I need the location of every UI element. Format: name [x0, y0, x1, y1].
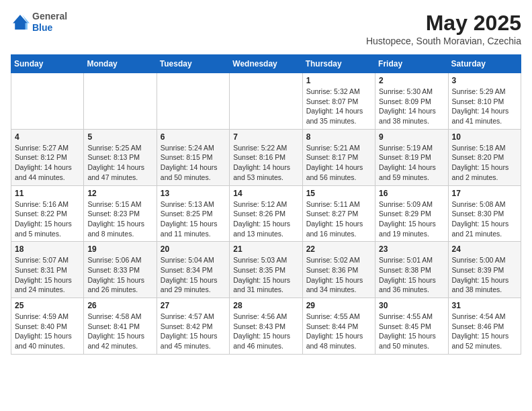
calendar-cell: 3Sunrise: 5:29 AM Sunset: 8:10 PM Daylig… — [448, 73, 521, 130]
calendar-cell: 19Sunrise: 5:06 AM Sunset: 8:33 PM Dayli… — [84, 242, 157, 298]
calendar-cell: 1Sunrise: 5:32 AM Sunset: 8:07 PM Daylig… — [302, 73, 375, 130]
day-info: Sunrise: 5:09 AM Sunset: 8:29 PM Dayligh… — [379, 199, 444, 239]
day-info: Sunrise: 5:30 AM Sunset: 8:09 PM Dayligh… — [379, 87, 444, 126]
logo-icon — [11, 13, 30, 32]
calendar-week-row: 25Sunrise: 4:59 AM Sunset: 8:40 PM Dayli… — [11, 298, 521, 355]
calendar-cell — [230, 73, 302, 130]
weekday-header-row: SundayMondayTuesdayWednesdayThursdayFrid… — [11, 55, 521, 73]
day-number: 1 — [306, 76, 371, 85]
day-info: Sunrise: 5:24 AM Sunset: 8:15 PM Dayligh… — [161, 143, 226, 183]
day-info: Sunrise: 4:58 AM Sunset: 8:41 PM Dayligh… — [87, 312, 152, 351]
calendar-week-row: 18Sunrise: 5:07 AM Sunset: 8:31 PM Dayli… — [11, 242, 521, 298]
day-number: 13 — [161, 189, 226, 198]
day-info: Sunrise: 5:11 AM Sunset: 8:27 PM Dayligh… — [306, 199, 371, 239]
location-subtitle: Hustopece, South Moravian, Czechia — [366, 36, 521, 46]
calendar-cell — [11, 73, 84, 130]
calendar-cell: 8Sunrise: 5:21 AM Sunset: 8:17 PM Daylig… — [302, 129, 375, 185]
day-number: 12 — [87, 189, 152, 198]
day-number: 14 — [233, 189, 298, 198]
calendar-cell: 12Sunrise: 5:15 AM Sunset: 8:23 PM Dayli… — [84, 185, 157, 242]
day-info: Sunrise: 5:19 AM Sunset: 8:19 PM Dayligh… — [379, 143, 444, 183]
calendar-cell: 14Sunrise: 5:12 AM Sunset: 8:26 PM Dayli… — [230, 185, 302, 242]
day-info: Sunrise: 5:22 AM Sunset: 8:16 PM Dayligh… — [233, 143, 298, 183]
day-number: 7 — [233, 132, 298, 142]
day-info: Sunrise: 5:02 AM Sunset: 8:36 PM Dayligh… — [306, 255, 371, 295]
page-header: General Blue May 2025 Hustopece, South M… — [11, 11, 521, 46]
day-number: 23 — [379, 244, 444, 254]
weekday-header: Thursday — [302, 55, 375, 73]
calendar-table: SundayMondayTuesdayWednesdayThursdayFrid… — [11, 54, 521, 355]
day-info: Sunrise: 5:21 AM Sunset: 8:17 PM Dayligh… — [306, 143, 371, 183]
day-number: 15 — [306, 189, 371, 198]
day-number: 29 — [306, 301, 371, 310]
logo-text: General Blue — [32, 11, 67, 34]
day-number: 9 — [379, 132, 444, 142]
day-number: 16 — [379, 189, 444, 198]
day-info: Sunrise: 5:13 AM Sunset: 8:25 PM Dayligh… — [161, 199, 226, 239]
day-number: 25 — [15, 301, 80, 310]
calendar-cell: 11Sunrise: 5:16 AM Sunset: 8:22 PM Dayli… — [11, 185, 84, 242]
day-number: 22 — [306, 244, 371, 254]
day-number: 18 — [15, 244, 80, 254]
day-info: Sunrise: 5:00 AM Sunset: 8:39 PM Dayligh… — [452, 255, 517, 295]
calendar-cell: 31Sunrise: 4:54 AM Sunset: 8:46 PM Dayli… — [448, 298, 521, 355]
day-info: Sunrise: 5:01 AM Sunset: 8:38 PM Dayligh… — [379, 255, 444, 295]
day-number: 17 — [452, 189, 517, 198]
day-info: Sunrise: 5:12 AM Sunset: 8:26 PM Dayligh… — [233, 199, 298, 239]
day-info: Sunrise: 4:57 AM Sunset: 8:42 PM Dayligh… — [161, 312, 226, 351]
day-info: Sunrise: 5:15 AM Sunset: 8:23 PM Dayligh… — [87, 199, 152, 239]
day-info: Sunrise: 5:25 AM Sunset: 8:13 PM Dayligh… — [87, 143, 152, 183]
logo-general: General — [32, 11, 67, 22]
day-info: Sunrise: 4:54 AM Sunset: 8:46 PM Dayligh… — [452, 312, 517, 351]
day-info: Sunrise: 5:07 AM Sunset: 8:31 PM Dayligh… — [15, 255, 80, 295]
svg-marker-0 — [13, 15, 28, 30]
day-number: 27 — [161, 301, 226, 310]
calendar-cell: 10Sunrise: 5:18 AM Sunset: 8:20 PM Dayli… — [448, 129, 521, 185]
day-number: 24 — [452, 244, 517, 254]
day-info: Sunrise: 5:08 AM Sunset: 8:30 PM Dayligh… — [452, 199, 517, 239]
calendar-cell: 15Sunrise: 5:11 AM Sunset: 8:27 PM Dayli… — [302, 185, 375, 242]
day-number: 28 — [233, 301, 298, 310]
calendar-cell: 28Sunrise: 4:56 AM Sunset: 8:43 PM Dayli… — [230, 298, 302, 355]
day-info: Sunrise: 4:55 AM Sunset: 8:44 PM Dayligh… — [306, 312, 371, 351]
day-number: 26 — [87, 301, 152, 310]
calendar-cell: 2Sunrise: 5:30 AM Sunset: 8:09 PM Daylig… — [375, 73, 448, 130]
weekday-header: Sunday — [11, 55, 84, 73]
title-block: May 2025 Hustopece, South Moravian, Czec… — [366, 11, 521, 46]
calendar-cell: 13Sunrise: 5:13 AM Sunset: 8:25 PM Dayli… — [157, 185, 229, 242]
calendar-cell: 25Sunrise: 4:59 AM Sunset: 8:40 PM Dayli… — [11, 298, 84, 355]
calendar-cell — [84, 73, 157, 130]
day-info: Sunrise: 5:29 AM Sunset: 8:10 PM Dayligh… — [452, 87, 517, 126]
calendar-cell: 21Sunrise: 5:03 AM Sunset: 8:35 PM Dayli… — [230, 242, 302, 298]
day-info: Sunrise: 5:32 AM Sunset: 8:07 PM Dayligh… — [306, 87, 371, 126]
weekday-header: Tuesday — [157, 55, 229, 73]
calendar-cell: 17Sunrise: 5:08 AM Sunset: 8:30 PM Dayli… — [448, 185, 521, 242]
calendar-cell: 20Sunrise: 5:04 AM Sunset: 8:34 PM Dayli… — [157, 242, 229, 298]
calendar-cell: 9Sunrise: 5:19 AM Sunset: 8:19 PM Daylig… — [375, 129, 448, 185]
day-number: 6 — [161, 132, 226, 142]
calendar-cell: 7Sunrise: 5:22 AM Sunset: 8:16 PM Daylig… — [230, 129, 302, 185]
calendar-week-row: 11Sunrise: 5:16 AM Sunset: 8:22 PM Dayli… — [11, 185, 521, 242]
calendar-week-row: 4Sunrise: 5:27 AM Sunset: 8:12 PM Daylig… — [11, 129, 521, 185]
calendar-cell: 24Sunrise: 5:00 AM Sunset: 8:39 PM Dayli… — [448, 242, 521, 298]
calendar-cell: 5Sunrise: 5:25 AM Sunset: 8:13 PM Daylig… — [84, 129, 157, 185]
day-number: 19 — [87, 244, 152, 254]
day-number: 2 — [379, 76, 444, 85]
day-info: Sunrise: 4:59 AM Sunset: 8:40 PM Dayligh… — [15, 312, 80, 351]
day-number: 4 — [15, 132, 80, 142]
day-info: Sunrise: 5:03 AM Sunset: 8:35 PM Dayligh… — [233, 255, 298, 295]
calendar-cell: 18Sunrise: 5:07 AM Sunset: 8:31 PM Dayli… — [11, 242, 84, 298]
day-number: 10 — [452, 132, 517, 142]
calendar-cell: 6Sunrise: 5:24 AM Sunset: 8:15 PM Daylig… — [157, 129, 229, 185]
day-number: 5 — [87, 132, 152, 142]
month-title: May 2025 — [366, 11, 521, 36]
calendar-cell: 4Sunrise: 5:27 AM Sunset: 8:12 PM Daylig… — [11, 129, 84, 185]
calendar-cell — [157, 73, 229, 130]
logo: General Blue — [11, 11, 67, 34]
calendar-cell: 29Sunrise: 4:55 AM Sunset: 8:44 PM Dayli… — [302, 298, 375, 355]
calendar-cell: 30Sunrise: 4:55 AM Sunset: 8:45 PM Dayli… — [375, 298, 448, 355]
calendar-cell: 23Sunrise: 5:01 AM Sunset: 8:38 PM Dayli… — [375, 242, 448, 298]
day-info: Sunrise: 5:18 AM Sunset: 8:20 PM Dayligh… — [452, 143, 517, 183]
day-number: 30 — [379, 301, 444, 310]
day-info: Sunrise: 5:16 AM Sunset: 8:22 PM Dayligh… — [15, 199, 80, 239]
